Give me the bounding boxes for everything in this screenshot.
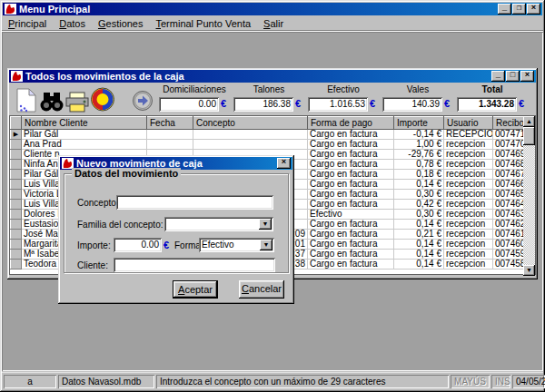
cell-usuario[interactable]: recepcion	[444, 140, 493, 150]
cell-forma[interactable]: Cargo en factura	[308, 170, 394, 180]
cell-fecha[interactable]	[147, 130, 193, 140]
row-selector[interactable]	[11, 240, 22, 250]
child-minimize-button[interactable]: _	[491, 71, 505, 82]
cell-usuario[interactable]: recepcion	[444, 260, 493, 270]
cell-usuario[interactable]: recepcion	[444, 210, 493, 220]
scroll-down-icon[interactable]: ▼	[523, 265, 535, 276]
child-close-button[interactable]: ×	[520, 71, 534, 82]
cell-nombre[interactable]: Pilar Gál	[22, 130, 147, 140]
cell-usuario[interactable]: recepcion	[444, 200, 493, 210]
table-row[interactable]: ▶Pilar GálCargo en factura-0,14 €RECEPCI…	[11, 130, 526, 140]
new-movement-icon[interactable]	[15, 88, 38, 113]
cell-forma[interactable]: Cargo en factura	[308, 160, 394, 170]
cell-fecha[interactable]	[147, 140, 193, 150]
column-header-importe[interactable]: Importe	[394, 117, 444, 130]
cell-recibo[interactable]: 007459	[493, 250, 526, 260]
cell-recibo[interactable]: 007469	[493, 150, 526, 160]
menu-terminal-punto-venta[interactable]: Terminal Punto Venta	[150, 17, 258, 30]
cell-recibo[interactable]: 007458	[493, 260, 526, 270]
dialog-close-button[interactable]: ×	[277, 158, 291, 169]
cell-usuario[interactable]: recepcion	[444, 180, 493, 190]
cell-forma[interactable]: Cargo en factura	[308, 240, 394, 250]
aceptar-button[interactable]: Aceptar	[173, 280, 218, 299]
cancelar-button[interactable]: Cancelar	[239, 280, 284, 299]
cell-usuario[interactable]: recepcion	[444, 150, 493, 160]
cell-recibo[interactable]: 007463	[493, 210, 526, 220]
cell-importe[interactable]: 0,18 €	[394, 170, 444, 180]
column-header-fecha[interactable]: Fecha	[147, 117, 193, 130]
row-selector[interactable]	[11, 170, 22, 180]
cell-forma[interactable]: Cargo en factura	[308, 140, 394, 150]
row-selector[interactable]	[11, 230, 22, 240]
chevron-down-icon[interactable]: ▼	[259, 219, 272, 230]
cell-recibo[interactable]: 007462	[493, 220, 526, 230]
cell-concepto[interactable]	[193, 140, 308, 150]
refresh-icon[interactable]	[91, 87, 114, 112]
forma-combobox[interactable]: Efectivo ▼	[199, 238, 274, 252]
cell-importe[interactable]: 0,14 €	[394, 260, 444, 270]
cell-recibo[interactable]: 007470	[493, 140, 526, 150]
movements-titlebar[interactable]: Todos los movimientos de la caja _ □ ×	[9, 70, 536, 83]
row-selector[interactable]	[11, 220, 22, 230]
cell-usuario[interactable]: recepcion	[444, 190, 493, 200]
cell-importe[interactable]: 0,14 €	[394, 250, 444, 260]
cell-usuario[interactable]: recepcion	[444, 220, 493, 230]
cell-usuario[interactable]: RECEPCION	[444, 130, 493, 140]
go-arrow-icon[interactable]	[133, 91, 153, 111]
column-header-usuario[interactable]: Usuario	[444, 117, 493, 130]
cell-forma[interactable]: Cargo en factura	[308, 150, 394, 160]
cell-usuario[interactable]: recepcion	[444, 240, 493, 250]
cell-importe[interactable]: 0,30 €	[394, 210, 444, 220]
cell-importe[interactable]: 1,00 €	[394, 140, 444, 150]
cell-recibo[interactable]: 007468	[493, 160, 526, 170]
cliente-input[interactable]	[114, 258, 275, 272]
row-selector[interactable]	[11, 210, 22, 220]
cell-importe[interactable]: -0,14 €	[394, 130, 444, 140]
column-header-concepto[interactable]: Concepto	[193, 117, 308, 130]
menu-principal[interactable]: Principal	[2, 17, 53, 30]
restore-button[interactable]: ❐	[512, 4, 526, 15]
cell-importe[interactable]: 0,78 €	[394, 160, 444, 170]
cell-importe[interactable]: 0,14 €	[394, 180, 444, 190]
cell-forma[interactable]: Cargo en factura	[308, 200, 394, 210]
column-header-recibo[interactable]: Recibo	[493, 117, 526, 130]
row-selector[interactable]	[11, 250, 22, 260]
row-selector-current[interactable]: ▶	[11, 130, 22, 140]
cell-recibo[interactable]: 007460	[493, 240, 526, 250]
cell-forma[interactable]: Cargo en factura	[308, 230, 394, 240]
menu-datos[interactable]: Datos	[53, 17, 92, 30]
row-selector[interactable]	[11, 150, 22, 160]
cell-importe[interactable]: 0,42 €	[394, 200, 444, 210]
close-button[interactable]: ×	[527, 4, 540, 15]
scroll-up-icon[interactable]: ▲	[523, 116, 535, 127]
vertical-scrollbar[interactable]: ▲ ▼	[523, 116, 535, 276]
cell-forma[interactable]: Cargo en factura	[308, 260, 394, 270]
cell-importe[interactable]: 0,21 €	[394, 230, 444, 240]
cell-importe[interactable]: 0,14 €	[394, 220, 444, 230]
cell-importe[interactable]: 0,30 €	[394, 190, 444, 200]
cell-recibo[interactable]: 007467	[493, 170, 526, 180]
importe-input[interactable]: 0.00	[114, 238, 162, 252]
familia-combobox[interactable]: ▼	[164, 217, 273, 231]
scrollbar-thumb[interactable]	[523, 127, 535, 145]
cell-importe[interactable]: 0,14 €	[394, 240, 444, 250]
column-header-nombre-cliente[interactable]: Nombre Cliente	[22, 117, 147, 130]
print-icon[interactable]	[65, 90, 89, 114]
cell-usuario[interactable]: recepcion	[444, 230, 493, 240]
concepto-input[interactable]	[116, 195, 273, 210]
row-selector[interactable]	[11, 140, 22, 150]
row-selector[interactable]	[11, 180, 22, 190]
cell-recibo[interactable]: 007464	[493, 200, 526, 210]
menu-salir[interactable]: Salir	[257, 17, 290, 30]
column-header-forma-de-pago[interactable]: Forma de pago	[308, 117, 394, 130]
cell-forma[interactable]: Cargo en factura	[308, 180, 394, 190]
row-selector[interactable]	[11, 190, 22, 200]
table-row[interactable]: Ana PradCargo en factura1,00 €recepcion0…	[11, 140, 526, 150]
cell-usuario[interactable]: recepcion	[444, 250, 493, 260]
cell-forma[interactable]: Cargo en factura	[308, 130, 394, 140]
cell-usuario[interactable]: recepcion	[444, 160, 493, 170]
cell-forma[interactable]: Cargo en factura	[308, 190, 394, 200]
cell-recibo[interactable]: 007461	[493, 230, 526, 240]
cell-recibo[interactable]: 007466	[493, 180, 526, 190]
cell-recibo[interactable]: 007465	[493, 190, 526, 200]
